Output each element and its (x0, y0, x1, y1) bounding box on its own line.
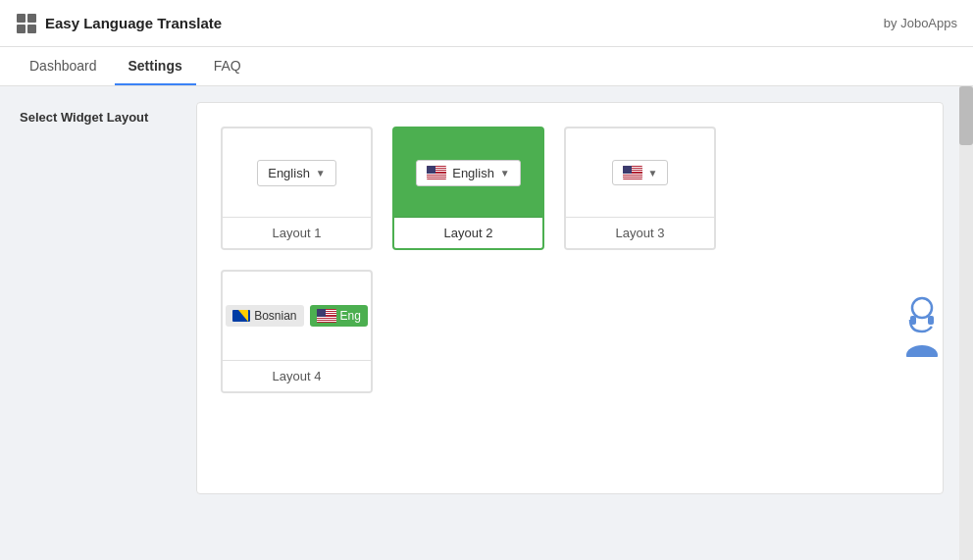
layout-3-preview: ▼ (566, 128, 714, 217)
layout-card-3[interactable]: ▼ Layout 3 (564, 127, 716, 250)
layout-3-widget: ▼ (612, 160, 669, 185)
header-left: Easy Language Translate (16, 13, 222, 34)
app-logo-icon (16, 13, 37, 34)
layout-3-label: Layout 3 (566, 217, 714, 248)
svg-point-4 (912, 298, 932, 318)
layout-1-arrow: ▼ (316, 168, 326, 178)
sidebar: Select Widget Layout (0, 86, 196, 560)
scrollbar-thumb[interactable] (959, 86, 973, 145)
layout-1-widget: English ▼ (257, 160, 336, 186)
main-content: Select Widget Layout English ▼ Layout 1 (0, 86, 973, 560)
svg-point-7 (906, 345, 938, 357)
layout-3-flag-icon (623, 166, 642, 179)
bosnian-flag-icon (232, 310, 250, 322)
support-person-body-icon (900, 337, 944, 357)
layout-2-text: English (452, 166, 494, 180)
layout-2-label: Layout 2 (394, 217, 542, 248)
content-area: English ▼ Layout 1 English ▼ (196, 86, 959, 560)
scrollbar[interactable] (959, 86, 973, 560)
support-widget[interactable] (900, 294, 944, 357)
app-title: Easy Language Translate (45, 15, 222, 31)
bosnian-label: Bosnian (254, 309, 296, 323)
app-header: Easy Language Translate by JoboApps (0, 0, 973, 47)
header-byline: by JoboApps (884, 16, 957, 30)
svg-rect-3 (27, 25, 36, 33)
sidebar-section-label: Select Widget Layout (20, 110, 177, 125)
nav-item-settings[interactable]: Settings (115, 47, 196, 85)
nav-item-faq[interactable]: FAQ (200, 47, 255, 85)
layout-1-label: Layout 1 (223, 217, 371, 248)
layout-2-arrow: ▼ (500, 168, 510, 178)
svg-rect-6 (928, 316, 934, 325)
content-inner: English ▼ Layout 1 English ▼ (196, 102, 944, 494)
layout-1-preview: English ▼ (223, 128, 371, 217)
layout-4-preview: Bosnian Eng (223, 272, 371, 360)
layout-card-2[interactable]: English ▼ Layout 2 (392, 127, 544, 250)
layout-3-arrow: ▼ (648, 168, 658, 178)
layout-4-widget: Bosnian Eng (226, 305, 368, 327)
layout-card-1[interactable]: English ▼ Layout 1 (221, 127, 373, 250)
english-label: Eng (340, 309, 361, 323)
layout-4-flag-english: Eng (310, 305, 368, 327)
svg-rect-2 (17, 25, 26, 33)
layout-4-flag-bosnian: Bosnian (226, 305, 303, 327)
support-headset-icon (900, 294, 944, 337)
layout-grid: English ▼ Layout 1 English ▼ (221, 127, 919, 393)
layout-4-label: Layout 4 (223, 360, 371, 391)
nav-item-dashboard[interactable]: Dashboard (16, 47, 111, 85)
layout-2-flag-icon (427, 166, 446, 179)
nav-bar: Dashboard Settings FAQ (0, 47, 973, 86)
english-flag-icon (317, 309, 336, 323)
svg-rect-0 (17, 14, 26, 23)
layout-2-preview: English ▼ (394, 128, 542, 217)
svg-rect-1 (27, 14, 36, 23)
layout-card-4[interactable]: Bosnian Eng Layout 4 (221, 270, 373, 393)
layout-1-text: English (268, 166, 310, 180)
layout-2-widget: English ▼ (416, 160, 521, 186)
